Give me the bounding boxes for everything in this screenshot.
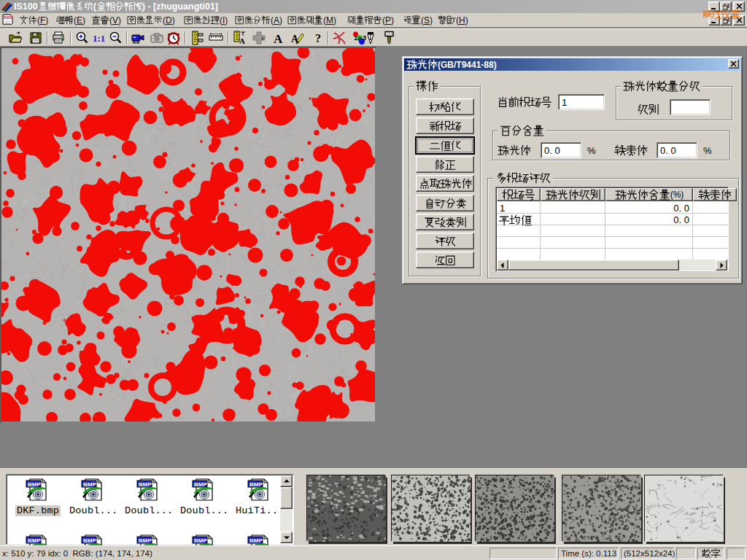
svg-text:BMP: BMP [139, 537, 152, 544]
svg-text:1:1: 1:1 [93, 33, 105, 44]
svg-text:BMP: BMP [28, 481, 41, 488]
svg-text:BMP: BMP [139, 481, 152, 488]
svg-text:BMP: BMP [249, 481, 263, 488]
svg-text:BMP: BMP [28, 537, 41, 544]
svg-text:BMP: BMP [83, 537, 96, 544]
svg-text:?: ? [315, 32, 321, 44]
svg-text:BMP: BMP [194, 537, 207, 544]
svg-text:DOC: DOC [4, 15, 12, 20]
svg-text:BMP: BMP [194, 481, 207, 488]
svg-text:A: A [274, 32, 283, 45]
svg-text:BMP: BMP [249, 537, 263, 544]
svg-text:BMP: BMP [83, 481, 96, 488]
svg-text:A: A [239, 36, 245, 45]
